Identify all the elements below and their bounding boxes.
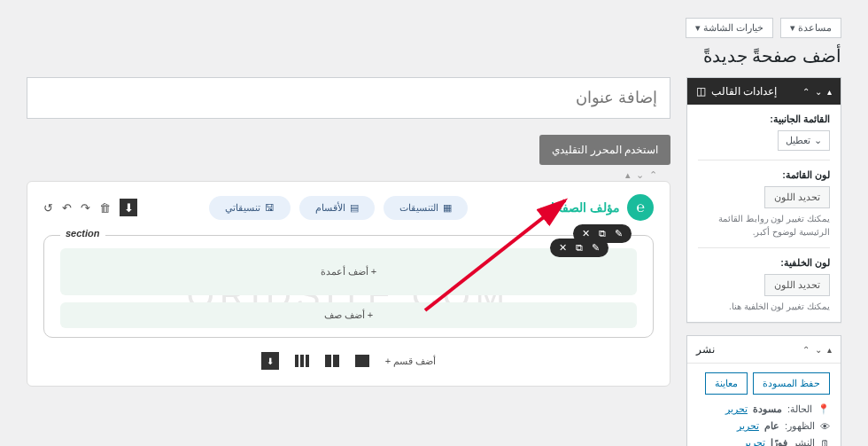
trash-icon[interactable]: 🗑: [99, 201, 111, 215]
layout-thirds-icon[interactable]: [295, 355, 309, 367]
chevron-up-icon[interactable]: ⌃: [802, 345, 810, 355]
download-icon[interactable]: ⬇: [120, 199, 137, 216]
grid-icon: ▦: [443, 202, 452, 214]
panel-title: إعدادات القالب: [711, 85, 777, 98]
edit-visibility-link[interactable]: تحرير: [737, 420, 759, 432]
chevron-up-icon[interactable]: ⌃: [649, 169, 657, 181]
layout-icon: ▤: [350, 202, 359, 214]
panel-title: نشر: [696, 343, 715, 356]
page-title-input[interactable]: [27, 77, 670, 119]
row-actions: ✎ ⧉ ✕: [550, 239, 608, 257]
save-icon: 🖫: [265, 202, 275, 213]
redo-icon[interactable]: ↷: [81, 201, 90, 215]
sidebar-menu-label: القائمة الجانبية:: [698, 113, 830, 125]
builder-row: ✎ ⧉ ✕ + أضف أعمدة: [60, 248, 637, 295]
sections-pill[interactable]: ▤الأقسام: [299, 196, 375, 220]
toggle-up-icon[interactable]: ▴: [625, 169, 631, 181]
chevron-down-icon: ⌄: [814, 135, 822, 146]
builder-section: section ✎ ⧉ ✕ ✎ ⧉ ✕ + أضف أعمدة + أضف صف: [43, 235, 654, 338]
edit-icon[interactable]: ✎: [615, 228, 623, 239]
page-builder: ORIDSITE.COM ⌃⌄▴ ℮ مؤلف الصفحات ▦التنسيق…: [27, 181, 670, 387]
toggle-up-icon[interactable]: ▴: [827, 345, 832, 355]
calendar-icon: 🗓: [820, 438, 830, 447]
undo-icon[interactable]: ↶: [62, 201, 72, 215]
chevron-down-icon[interactable]: ⌄: [636, 169, 644, 181]
layout-half-icon[interactable]: [325, 355, 339, 367]
toggle-up-icon[interactable]: ▴: [827, 87, 832, 97]
copy-icon[interactable]: ⧉: [576, 242, 583, 254]
page-title: أضف صفحةً جديدةً: [27, 45, 841, 67]
sliders-icon: ◫: [696, 85, 706, 98]
eye-icon: 👁: [820, 421, 830, 432]
add-row-button[interactable]: + أضف صف: [60, 302, 637, 328]
add-columns-button[interactable]: + أضف أعمدة: [67, 255, 630, 288]
builder-brand: مؤلف الصفحات: [539, 200, 620, 215]
edit-schedule-link[interactable]: تحرير: [743, 437, 765, 446]
publish-panel: ▴ ⌄ ⌃ نشر حفظ المسودة معاينة 📍 الحالة: م…: [686, 335, 841, 446]
builder-logo-icon: ℮: [627, 194, 654, 221]
chevron-up-icon[interactable]: ⌃: [802, 87, 810, 97]
menu-color-hint: يمكنك تغيير لون روابط القائمة الرئيسية ل…: [698, 212, 830, 239]
layout-full-icon[interactable]: [355, 355, 369, 367]
bg-color-hint: يمكنك تغيير لون الخلفية هنا.: [698, 300, 830, 313]
my-layouts-pill[interactable]: 🖫تنسيقاتي: [209, 196, 291, 220]
chevron-down-icon[interactable]: ⌄: [815, 345, 822, 355]
help-button[interactable]: مساعدة ▾: [780, 18, 841, 38]
menu-color-label: لون القائمة:: [698, 169, 830, 181]
caret-down-icon: ▾: [790, 22, 795, 34]
pin-icon: 📍: [818, 403, 830, 415]
sidebar-menu-select[interactable]: ⌄ تعطيل: [778, 130, 830, 151]
menu-color-button[interactable]: تحديد اللون: [764, 186, 830, 208]
layout-download-icon[interactable]: ⬇: [261, 352, 279, 370]
section-label: section: [60, 228, 105, 239]
theme-settings-panel: ▴ ⌄ ⌃ إعدادات القالب ◫ القائمة الجانبية:…: [686, 77, 841, 323]
classic-editor-button[interactable]: استخدم المحرر التقليدي: [539, 135, 670, 165]
bg-color-button[interactable]: تحديد اللون: [764, 274, 830, 296]
preview-button[interactable]: معاينة: [705, 372, 748, 395]
chevron-down-icon[interactable]: ⌄: [815, 87, 822, 97]
screen-options-button[interactable]: خيارات الشاشة ▾: [686, 18, 773, 38]
save-draft-button[interactable]: حفظ المسودة: [753, 372, 830, 395]
history-icon[interactable]: ↺: [43, 201, 53, 215]
edit-status-link[interactable]: تحرير: [725, 403, 748, 415]
layouts-pill[interactable]: ▦التنسيقات: [384, 196, 468, 220]
edit-icon[interactable]: ✎: [592, 242, 600, 254]
bg-color-label: لون الخلفية:: [698, 257, 830, 269]
caret-down-icon: ▾: [695, 22, 701, 34]
close-icon[interactable]: ✕: [559, 242, 567, 254]
add-section-button[interactable]: أضف قسم +: [385, 356, 437, 367]
